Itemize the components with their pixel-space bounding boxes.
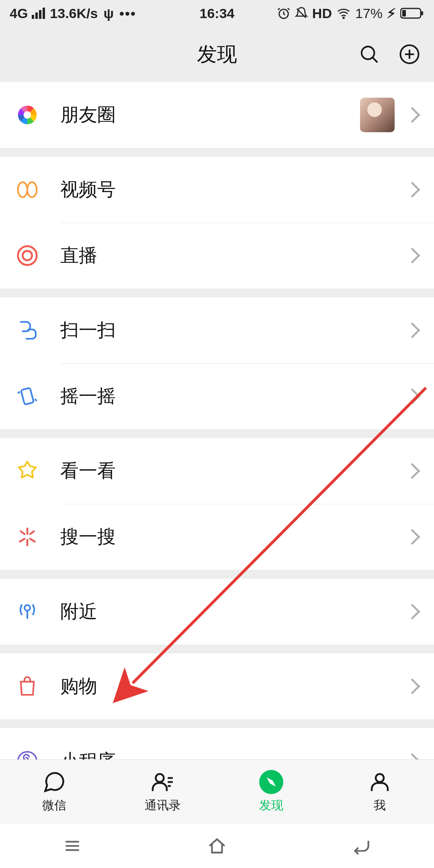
search-discover-label: 搜一搜 (60, 524, 407, 549)
usb-icon: ψ (103, 6, 114, 21)
svg-line-19 (30, 531, 34, 534)
section-scan: 扫一扫 摇一摇 (0, 297, 434, 429)
nearby-label: 附近 (60, 599, 407, 624)
cell-nearby[interactable]: 附近 (0, 579, 434, 645)
svg-point-6 (362, 47, 375, 59)
tab-discover-label: 发现 (259, 797, 283, 814)
android-nav-bar (0, 824, 434, 868)
cell-moments[interactable]: 朋友圈 (0, 82, 434, 148)
chevron-right-icon (404, 604, 420, 620)
header-bar: 发现 (0, 27, 434, 82)
tab-contacts[interactable]: 通讯录 (108, 760, 217, 824)
svg-rect-14 (21, 388, 34, 405)
svg-line-18 (21, 531, 25, 534)
chevron-right-icon (404, 463, 420, 479)
nav-menu-button[interactable] (58, 836, 86, 856)
topstories-icon (16, 460, 39, 482)
battery-pct: 17% (355, 6, 383, 21)
live-icon (16, 244, 39, 267)
svg-line-7 (373, 58, 378, 63)
svg-point-11 (24, 111, 31, 119)
section-shopping: 购物 (0, 653, 434, 719)
cell-scan[interactable]: 扫一扫 (0, 297, 434, 363)
search-discover-icon (16, 526, 39, 548)
svg-point-23 (156, 774, 164, 782)
chevron-right-icon (404, 248, 420, 264)
svg-point-21 (25, 605, 30, 611)
chevron-right-icon (404, 529, 420, 545)
tab-contacts-label: 通讯录 (145, 797, 181, 814)
tab-discover[interactable]: 发现 (217, 760, 326, 824)
tab-me[interactable]: 我 (326, 760, 434, 824)
chevron-right-icon (404, 107, 420, 123)
contacts-icon (151, 770, 175, 794)
channels-icon (16, 178, 39, 201)
me-icon (368, 770, 392, 794)
shopping-icon (16, 675, 39, 698)
cell-topstories[interactable]: 看一看 (0, 438, 434, 504)
network-label: 4G (10, 6, 28, 21)
alarm-icon (277, 6, 291, 20)
svg-rect-4 (421, 11, 423, 15)
section-moments: 朋友圈 (0, 82, 434, 148)
hd-label: HD (312, 6, 332, 21)
charging-icon: ⚡︎ (387, 5, 396, 21)
svg-point-24 (376, 774, 384, 782)
moments-icon (16, 104, 39, 126)
speed-label: 13.6K/s (50, 6, 98, 21)
status-left: 4G 13.6K/s ψ ••• (10, 6, 136, 21)
status-bar: 4G 13.6K/s ψ ••• 16:34 HD 17% ⚡︎ (0, 0, 434, 27)
moments-label: 朋友圈 (60, 102, 360, 127)
search-icon[interactable] (358, 43, 380, 65)
mute-icon (295, 6, 308, 20)
scan-icon (16, 319, 39, 342)
compass-icon (259, 770, 283, 794)
wifi-icon (336, 6, 351, 20)
tab-bar: 微信 通讯录 发现 我 (0, 760, 434, 824)
section-nearby: 附近 (0, 579, 434, 645)
battery-icon (400, 7, 424, 19)
status-right: HD 17% ⚡︎ (277, 5, 424, 21)
signal-icon (32, 8, 45, 19)
cell-shake[interactable]: 摇一摇 (0, 363, 434, 429)
cell-shopping[interactable]: 购物 (0, 653, 434, 719)
svg-rect-5 (402, 10, 406, 16)
shake-icon (16, 385, 39, 407)
channels-label: 视频号 (60, 177, 407, 202)
svg-point-13 (23, 251, 32, 260)
nearby-icon (16, 600, 39, 623)
moments-avatar (360, 98, 395, 132)
tab-chat-label: 微信 (42, 797, 66, 814)
more-dots-icon: ••• (119, 6, 136, 21)
chevron-right-icon (404, 678, 420, 694)
page-title: 发现 (197, 41, 237, 68)
svg-line-16 (20, 539, 25, 542)
nav-back-button[interactable] (348, 836, 376, 856)
cell-channels[interactable]: 视频号 (0, 157, 434, 223)
chevron-right-icon (404, 388, 420, 404)
svg-point-12 (18, 246, 37, 265)
clock-label: 16:34 (200, 6, 235, 21)
cell-live[interactable]: 直播 (0, 223, 434, 289)
shopping-label: 购物 (60, 674, 407, 699)
section-video: 视频号 直播 (0, 157, 434, 289)
scan-label: 扫一扫 (60, 318, 407, 343)
shake-label: 摇一摇 (60, 384, 407, 409)
cell-search[interactable]: 搜一搜 (0, 504, 434, 570)
nav-home-button[interactable] (203, 836, 231, 856)
tab-me-label: 我 (374, 797, 386, 814)
live-label: 直播 (60, 243, 407, 268)
chat-icon (42, 770, 66, 794)
svg-point-2 (343, 17, 344, 18)
topstories-label: 看一看 (60, 459, 407, 483)
chevron-right-icon (404, 182, 420, 198)
chevron-right-icon (404, 322, 420, 338)
section-read: 看一看 搜一搜 (0, 438, 434, 570)
plus-icon[interactable] (399, 43, 420, 65)
tab-chat[interactable]: 微信 (0, 760, 108, 824)
svg-line-17 (30, 539, 35, 542)
